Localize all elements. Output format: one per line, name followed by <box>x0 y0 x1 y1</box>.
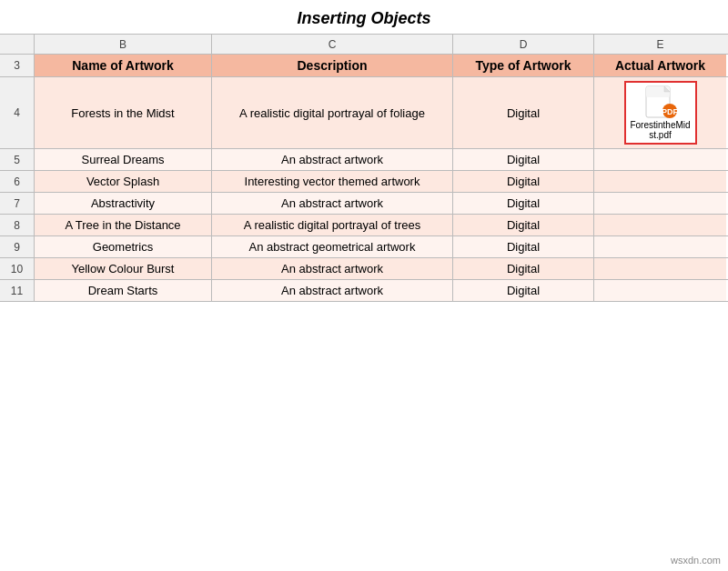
row-num-11: 11 <box>0 280 35 301</box>
spreadsheet: Inserting Objects B C D E 3 Name of Artw… <box>0 0 728 571</box>
artwork-name: A Tree in the Distance <box>35 215 212 235</box>
artwork-type: Digital <box>453 171 594 192</box>
table-row: 10Yellow Colour BurstAn abstract artwork… <box>0 258 728 280</box>
artwork-type: Digital <box>453 236 594 257</box>
row-num-6: 6 <box>0 171 35 192</box>
pdf-file-icon: PDF <box>644 85 677 118</box>
table-header-row: 3 Name of Artwork Description Type of Ar… <box>0 55 728 77</box>
artwork-actual: PDF ForestintheMidst.pdf <box>594 77 726 148</box>
row-num-7: 7 <box>0 193 35 214</box>
row-num-4: 4 <box>0 77 35 148</box>
corner-cell <box>0 35 35 54</box>
artwork-name: Geometrics <box>35 236 212 257</box>
artwork-description: An abstract artwork <box>212 258 453 279</box>
artwork-name: Surreal Dreams <box>35 149 212 170</box>
header-type: Type of Artwork <box>453 55 594 76</box>
row-num-8: 8 <box>0 215 35 235</box>
col-letter-d: D <box>453 35 594 54</box>
pdf-icon-wrapper[interactable]: PDF ForestintheMidst.pdf <box>624 81 697 145</box>
artwork-description: An abstract geometrical artwork <box>212 236 453 257</box>
artwork-type: Digital <box>453 149 594 170</box>
artwork-name: Vector Splash <box>35 171 212 192</box>
table-row: 8A Tree in the DistanceA realistic digit… <box>0 215 728 236</box>
title-area: Inserting Objects <box>0 0 728 35</box>
artwork-actual <box>594 236 726 257</box>
artwork-name: Abstractivity <box>35 193 212 214</box>
data-rows: 4Forests in the MidstA realistic digital… <box>0 77 728 302</box>
table-body: 3 Name of Artwork Description Type of Ar… <box>0 55 728 571</box>
header-description: Description <box>212 55 453 76</box>
artwork-description: Interesting vector themed artwork <box>212 171 453 192</box>
svg-text:PDF: PDF <box>662 107 677 116</box>
artwork-name: Yellow Colour Burst <box>35 258 212 279</box>
watermark: wsxdn.com <box>671 555 721 566</box>
spreadsheet-title: Inserting Objects <box>297 9 430 27</box>
artwork-description: An abstract artwork <box>212 280 453 301</box>
table-row: 5Surreal DreamsAn abstract artworkDigita… <box>0 149 728 171</box>
artwork-actual <box>594 258 726 279</box>
row-num-10: 10 <box>0 258 35 279</box>
artwork-name: Dream Starts <box>35 280 212 301</box>
table-row: 9GeometricsAn abstract geometrical artwo… <box>0 236 728 258</box>
table-row: 4Forests in the MidstA realistic digital… <box>0 77 728 149</box>
artwork-actual <box>594 193 726 214</box>
col-letter-b: B <box>35 35 212 54</box>
artwork-description: An abstract artwork <box>212 149 453 170</box>
artwork-actual <box>594 149 726 170</box>
row-num-9: 9 <box>0 236 35 257</box>
artwork-type: Digital <box>453 280 594 301</box>
artwork-name: Forests in the Midst <box>35 77 212 148</box>
header-actual: Actual Artwork <box>594 55 726 76</box>
table-row: 7AbstractivityAn abstract artworkDigital <box>0 193 728 215</box>
artwork-actual <box>594 280 726 301</box>
row-num-5: 5 <box>0 149 35 170</box>
artwork-type: Digital <box>453 258 594 279</box>
pdf-filename: ForestintheMidst.pdf <box>629 120 693 140</box>
artwork-type: Digital <box>453 193 594 214</box>
artwork-description: A realistic digital portrayal of foliage <box>212 77 453 148</box>
col-letter-e: E <box>594 35 726 54</box>
table-row: 6Vector SplashInteresting vector themed … <box>0 171 728 193</box>
table-row: 11Dream StartsAn abstract artworkDigital <box>0 280 728 302</box>
artwork-type: Digital <box>453 77 594 148</box>
artwork-type: Digital <box>453 215 594 235</box>
artwork-actual <box>594 171 726 192</box>
column-letters-row: B C D E <box>0 35 728 55</box>
row-num-3: 3 <box>0 55 35 76</box>
artwork-description: An abstract artwork <box>212 193 453 214</box>
artwork-description: A realistic digital portrayal of trees <box>212 215 453 235</box>
artwork-actual <box>594 215 726 235</box>
header-name: Name of Artwork <box>35 55 212 76</box>
col-letter-c: C <box>212 35 453 54</box>
